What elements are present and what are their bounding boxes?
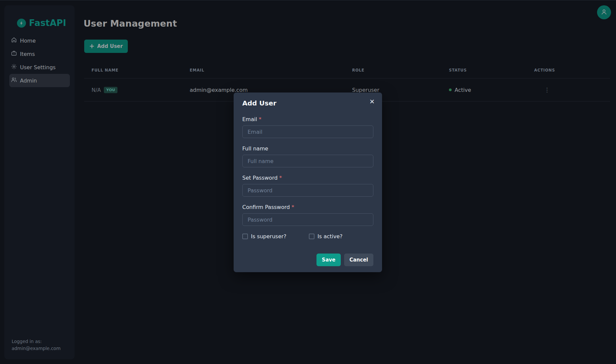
is-superuser-label: Is superuser? bbox=[251, 233, 287, 240]
set-password-field[interactable] bbox=[242, 184, 373, 197]
required-asterisk: * bbox=[259, 116, 261, 122]
full-name-field-label: Full name bbox=[242, 145, 268, 152]
full-name-field-group: Full name bbox=[242, 145, 373, 167]
set-password-field-label: Set Password bbox=[242, 175, 278, 181]
modal-footer: Save Cancel bbox=[242, 254, 373, 266]
confirm-password-field[interactable] bbox=[242, 213, 373, 226]
is-superuser-checkbox[interactable] bbox=[242, 234, 248, 239]
confirm-password-field-group: Confirm Password* bbox=[242, 204, 373, 226]
required-asterisk: * bbox=[279, 175, 282, 181]
cancel-button[interactable]: Cancel bbox=[344, 254, 373, 266]
add-user-modal: Add User ✕ Email* Full name Set Password… bbox=[234, 92, 382, 272]
set-password-field-group: Set Password* bbox=[242, 175, 373, 197]
required-asterisk: * bbox=[292, 204, 294, 210]
is-active-label: Is active? bbox=[317, 233, 342, 240]
full-name-field[interactable] bbox=[242, 155, 373, 167]
email-field-group: Email* bbox=[242, 116, 373, 138]
email-field-label: Email bbox=[242, 116, 257, 122]
modal-title: Add User bbox=[242, 92, 373, 107]
close-icon[interactable]: ✕ bbox=[368, 97, 376, 106]
email-field[interactable] bbox=[242, 125, 373, 138]
checkbox-row: Is superuser? Is active? bbox=[242, 233, 373, 240]
save-button[interactable]: Save bbox=[316, 254, 341, 266]
is-active-checkbox[interactable] bbox=[309, 234, 314, 239]
confirm-password-field-label: Confirm Password bbox=[242, 204, 290, 210]
